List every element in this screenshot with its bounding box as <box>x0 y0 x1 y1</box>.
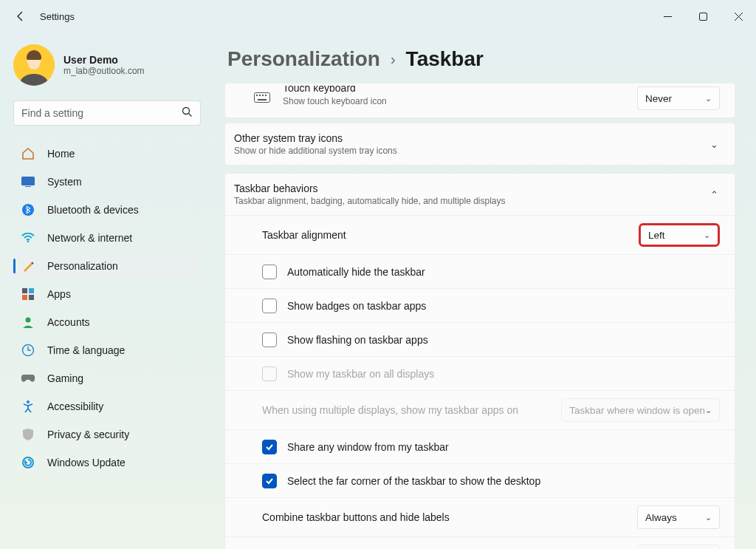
person-icon <box>21 315 35 330</box>
clock-globe-icon <box>21 343 35 358</box>
nav-apps-label: Apps <box>47 288 71 300</box>
svg-rect-18 <box>262 95 264 96</box>
taskbar-behaviors-panel: Taskbar behaviors Taskbar alignment, bad… <box>224 173 735 549</box>
touch-keyboard-title: Touch keyboard <box>283 86 637 95</box>
back-button[interactable] <box>9 4 32 28</box>
combine1-select[interactable]: Always ⌄ <box>637 505 720 529</box>
svg-rect-10 <box>29 295 34 300</box>
svg-rect-16 <box>256 95 258 96</box>
system-icon <box>21 174 35 189</box>
nav-system-label: System <box>47 176 82 188</box>
alignment-value: Left <box>648 230 665 241</box>
combine2-select: Always ⌄ <box>637 545 720 549</box>
touch-keyboard-sub: Show touch keyboard icon <box>283 96 637 106</box>
close-icon <box>735 13 743 21</box>
all-displays-label: Show my taskbar on all displays <box>287 368 434 380</box>
tray-sub: Show or hide additional system tray icon… <box>234 146 708 156</box>
nav-time[interactable]: Time & language <box>13 337 201 364</box>
maximize-button[interactable] <box>688 5 718 27</box>
user-profile[interactable]: User Demo m_lab@outlook.com <box>13 44 201 86</box>
row-badges[interactable]: Show badges on taskbar apps <box>225 288 735 322</box>
taskbar-behaviors-header[interactable]: Taskbar behaviors Taskbar alignment, bad… <box>225 174 735 215</box>
nav-gaming[interactable]: Gaming <box>13 365 201 392</box>
far-corner-label: Select the far corner of the taskbar to … <box>287 475 540 487</box>
badges-checkbox[interactable] <box>262 299 277 313</box>
accessibility-icon <box>21 399 35 414</box>
svg-point-11 <box>26 318 31 323</box>
nav-accounts[interactable]: Accounts <box>13 309 201 335</box>
window-title: Settings <box>40 11 75 22</box>
breadcrumb: Personalization › Taskbar <box>227 47 735 71</box>
far-corner-checkbox[interactable] <box>262 474 277 488</box>
row-combine1: Combine taskbar buttons and hide labels … <box>225 497 735 536</box>
nav-home[interactable]: Home <box>13 140 201 167</box>
minimize-button[interactable] <box>653 5 682 27</box>
nav-privacy-label: Privacy & security <box>47 429 129 440</box>
chevron-down-icon: ⌄ <box>705 513 712 522</box>
flashing-checkbox[interactable] <box>262 333 277 347</box>
svg-point-2 <box>183 107 190 114</box>
behaviors-sub: Taskbar alignment, badging, automaticall… <box>234 196 708 206</box>
breadcrumb-current: Taskbar <box>406 47 484 71</box>
bluetooth-icon <box>21 202 35 217</box>
autohide-checkbox[interactable] <box>262 265 277 279</box>
close-button[interactable] <box>724 5 753 27</box>
nav-accessibility-label: Accessibility <box>47 400 103 412</box>
nav-network[interactable]: Network & internet <box>13 225 201 251</box>
row-share[interactable]: Share any window from my taskbar <box>225 429 735 463</box>
nav-gaming-label: Gaming <box>47 372 83 384</box>
apps-icon <box>21 287 35 301</box>
sidebar: User Demo m_lab@outlook.com Home System … <box>0 33 214 549</box>
share-checkbox[interactable] <box>262 440 277 454</box>
user-name: User Demo <box>63 54 145 66</box>
svg-rect-9 <box>22 295 27 300</box>
chevron-right-icon: › <box>391 51 396 68</box>
touch-keyboard-panel[interactable]: Touch keyboard Show touch keyboard icon … <box>224 83 735 118</box>
touch-keyboard-select[interactable]: Never ⌄ <box>637 86 720 110</box>
alignment-select[interactable]: Left ⌄ <box>639 223 720 247</box>
nav-personalization-label: Personalization <box>47 260 118 272</box>
nav-privacy[interactable]: Privacy & security <box>13 421 201 448</box>
touch-keyboard-value: Never <box>645 93 672 104</box>
row-alignment: Taskbar alignment Left ⌄ <box>225 215 735 254</box>
nav-home-label: Home <box>47 148 75 160</box>
search-icon <box>182 106 193 120</box>
home-icon <box>21 146 35 161</box>
nav-bluetooth[interactable]: Bluetooth & devices <box>13 197 201 223</box>
search-box[interactable] <box>13 100 201 126</box>
nav-accessibility[interactable]: Accessibility <box>13 393 201 420</box>
search-input[interactable] <box>21 107 182 119</box>
autohide-label: Automatically hide the taskbar <box>287 266 425 278</box>
maximize-icon <box>699 13 707 21</box>
svg-rect-17 <box>259 95 261 96</box>
avatar <box>13 44 55 86</box>
multi-where-value: Taskbar where window is open <box>569 405 705 416</box>
behaviors-title: Taskbar behaviors <box>234 183 708 194</box>
wifi-icon <box>21 231 35 245</box>
gamepad-icon <box>21 371 35 386</box>
row-far-corner[interactable]: Select the far corner of the taskbar to … <box>225 463 735 497</box>
multi-where-label: When using multiple displays, show my ta… <box>262 404 518 416</box>
svg-rect-7 <box>22 288 27 293</box>
svg-point-6 <box>27 241 29 242</box>
combine1-label: Combine taskbar buttons and hide labels <box>262 511 450 523</box>
tray-icons-panel[interactable]: Other system tray icons Show or hide add… <box>224 123 735 166</box>
row-flashing[interactable]: Show flashing on taskbar apps <box>225 322 735 356</box>
row-autohide[interactable]: Automatically hide the taskbar <box>225 254 735 288</box>
nav-network-label: Network & internet <box>47 232 132 244</box>
minimize-icon <box>664 13 672 21</box>
row-combine2: Combine taskbar buttons and hide labels … <box>225 536 735 549</box>
breadcrumb-parent[interactable]: Personalization <box>227 47 380 71</box>
chevron-down-icon: ⌄ <box>705 94 712 103</box>
chevron-down-icon[interactable]: ⌄ <box>708 139 720 150</box>
nav-system[interactable]: System <box>13 168 201 195</box>
nav-personalization[interactable]: Personalization <box>13 253 201 279</box>
svg-point-13 <box>27 400 30 403</box>
nav-update[interactable]: Windows Update <box>13 449 201 476</box>
nav-update-label: Windows Update <box>47 457 126 468</box>
nav-apps[interactable]: Apps <box>13 281 201 307</box>
nav-accounts-label: Accounts <box>47 316 90 328</box>
chevron-up-icon[interactable]: ⌃ <box>708 189 720 200</box>
svg-rect-19 <box>265 95 267 96</box>
all-displays-checkbox <box>262 366 277 381</box>
